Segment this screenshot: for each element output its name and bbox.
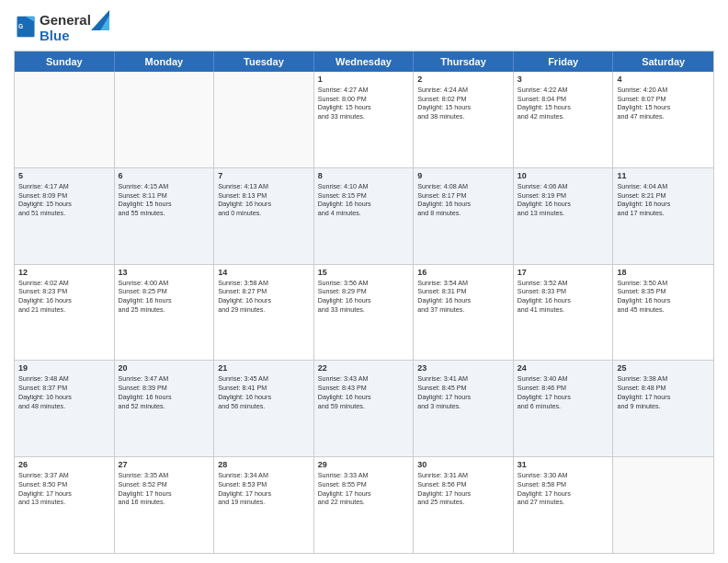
day-header-thursday: Thursday	[414, 52, 514, 72]
calendar-day-30: 30Sunrise: 3:31 AMSunset: 8:56 PMDayligh…	[414, 457, 514, 553]
day-header-friday: Friday	[514, 52, 614, 72]
day-number: 27	[119, 460, 210, 469]
day-info: Sunrise: 3:34 AMSunset: 8:53 PMDaylight:…	[218, 471, 310, 507]
calendar-day-3: 3Sunrise: 4:22 AMSunset: 8:04 PMDaylight…	[514, 72, 614, 167]
day-info: Sunrise: 4:08 AMSunset: 8:17 PMDaylight:…	[417, 182, 509, 218]
day-number: 12	[18, 268, 110, 277]
logo-arrow-icon	[91, 10, 109, 30]
day-number: 2	[417, 75, 509, 84]
day-number: 21	[218, 363, 310, 373]
calendar-day-22: 22Sunrise: 3:43 AMSunset: 8:43 PMDayligh…	[314, 361, 415, 456]
calendar-day-29: 29Sunrise: 3:33 AMSunset: 8:55 PMDayligh…	[314, 457, 415, 553]
calendar-empty-cell	[115, 72, 215, 167]
calendar-day-8: 8Sunrise: 4:10 AMSunset: 8:15 PMDaylight…	[314, 168, 415, 264]
day-info: Sunrise: 3:41 AMSunset: 8:45 PMDaylight:…	[417, 374, 509, 410]
day-info: Sunrise: 4:20 AMSunset: 8:07 PMDaylight:…	[617, 86, 710, 121]
calendar-day-23: 23Sunrise: 3:41 AMSunset: 8:45 PMDayligh…	[414, 361, 514, 456]
svg-text:G: G	[18, 22, 23, 29]
day-info: Sunrise: 3:56 AMSunset: 8:29 PMDaylight:…	[318, 279, 410, 315]
calendar-day-2: 2Sunrise: 4:24 AMSunset: 8:02 PMDaylight…	[414, 72, 514, 167]
day-number: 1	[318, 75, 410, 84]
day-number: 10	[518, 171, 609, 180]
calendar-day-6: 6Sunrise: 4:15 AMSunset: 8:11 PMDaylight…	[115, 168, 215, 264]
calendar-day-18: 18Sunrise: 3:50 AMSunset: 8:35 PMDayligh…	[613, 265, 713, 361]
logo-icon: G	[16, 14, 36, 40]
logo-blue-text: Blue	[40, 29, 91, 44]
day-info: Sunrise: 3:52 AMSunset: 8:33 PMDaylight:…	[518, 279, 609, 315]
day-number: 31	[518, 460, 609, 469]
day-info: Sunrise: 3:48 AMSunset: 8:37 PMDaylight:…	[18, 374, 110, 410]
day-header-tuesday: Tuesday	[214, 52, 314, 72]
calendar-body: 1Sunrise: 4:27 AMSunset: 8:00 PMDaylight…	[15, 72, 713, 553]
day-info: Sunrise: 4:15 AMSunset: 8:11 PMDaylight:…	[119, 182, 210, 218]
day-info: Sunrise: 4:24 AMSunset: 8:02 PMDaylight:…	[417, 86, 509, 121]
general-label: General	[40, 12, 91, 28]
day-info: Sunrise: 3:31 AMSunset: 8:56 PMDaylight:…	[417, 471, 509, 507]
calendar-day-27: 27Sunrise: 3:35 AMSunset: 8:52 PMDayligh…	[115, 457, 215, 553]
day-number: 29	[318, 460, 410, 469]
calendar-day-7: 7Sunrise: 4:13 AMSunset: 8:13 PMDaylight…	[214, 168, 314, 264]
day-number: 15	[318, 268, 410, 277]
day-number: 23	[417, 363, 509, 373]
day-header-sunday: Sunday	[15, 52, 115, 72]
calendar-day-20: 20Sunrise: 3:47 AMSunset: 8:39 PMDayligh…	[115, 361, 215, 456]
day-number: 11	[617, 171, 710, 180]
calendar-page: G General Blue SundayMondayTue	[0, 0, 728, 563]
day-number: 13	[119, 268, 210, 277]
day-info: Sunrise: 3:33 AMSunset: 8:55 PMDaylight:…	[318, 471, 410, 507]
day-number: 28	[218, 460, 310, 469]
day-info: Sunrise: 4:27 AMSunset: 8:00 PMDaylight:…	[318, 86, 410, 121]
day-number: 18	[617, 268, 710, 277]
day-number: 9	[417, 171, 509, 180]
day-number: 30	[417, 460, 509, 469]
calendar-empty-cell	[214, 72, 314, 167]
calendar-day-28: 28Sunrise: 3:34 AMSunset: 8:53 PMDayligh…	[214, 457, 314, 553]
calendar-day-25: 25Sunrise: 3:38 AMSunset: 8:48 PMDayligh…	[613, 361, 713, 456]
calendar-day-10: 10Sunrise: 4:06 AMSunset: 8:19 PMDayligh…	[514, 168, 614, 264]
day-info: Sunrise: 4:17 AMSunset: 8:09 PMDaylight:…	[18, 182, 110, 218]
day-info: Sunrise: 4:02 AMSunset: 8:23 PMDaylight:…	[18, 279, 110, 315]
day-info: Sunrise: 4:10 AMSunset: 8:15 PMDaylight:…	[318, 182, 410, 218]
day-number: 3	[518, 75, 609, 84]
logo-general-text: General	[40, 13, 91, 29]
calendar-day-24: 24Sunrise: 3:40 AMSunset: 8:46 PMDayligh…	[514, 361, 614, 456]
day-number: 25	[617, 363, 710, 373]
calendar-day-31: 31Sunrise: 3:30 AMSunset: 8:58 PMDayligh…	[514, 457, 614, 553]
calendar-day-14: 14Sunrise: 3:58 AMSunset: 8:27 PMDayligh…	[214, 265, 314, 361]
calendar-day-5: 5Sunrise: 4:17 AMSunset: 8:09 PMDaylight…	[15, 168, 115, 264]
blue-label: Blue	[40, 28, 70, 43]
calendar-header: SundayMondayTuesdayWednesdayThursdayFrid…	[15, 52, 713, 72]
day-number: 22	[318, 363, 410, 373]
day-info: Sunrise: 4:13 AMSunset: 8:13 PMDaylight:…	[218, 182, 310, 218]
day-number: 20	[119, 363, 210, 373]
calendar-week-2: 5Sunrise: 4:17 AMSunset: 8:09 PMDaylight…	[15, 168, 713, 265]
calendar-week-4: 19Sunrise: 3:48 AMSunset: 8:37 PMDayligh…	[15, 361, 713, 457]
day-number: 26	[18, 460, 110, 469]
calendar-empty-cell	[15, 72, 115, 167]
header: G General Blue	[14, 9, 714, 43]
day-info: Sunrise: 3:54 AMSunset: 8:31 PMDaylight:…	[417, 279, 509, 315]
day-number: 17	[518, 268, 609, 277]
day-number: 7	[218, 171, 310, 180]
day-number: 4	[617, 75, 710, 84]
calendar-day-11: 11Sunrise: 4:04 AMSunset: 8:21 PMDayligh…	[613, 168, 713, 264]
calendar-week-5: 26Sunrise: 3:37 AMSunset: 8:50 PMDayligh…	[15, 457, 713, 553]
calendar-week-1: 1Sunrise: 4:27 AMSunset: 8:00 PMDaylight…	[15, 72, 713, 168]
day-info: Sunrise: 4:04 AMSunset: 8:21 PMDaylight:…	[617, 182, 710, 218]
day-info: Sunrise: 4:22 AMSunset: 8:04 PMDaylight:…	[518, 86, 609, 121]
day-header-monday: Monday	[115, 52, 215, 72]
calendar-day-9: 9Sunrise: 4:08 AMSunset: 8:17 PMDaylight…	[414, 168, 514, 264]
calendar-empty-cell	[613, 457, 713, 553]
calendar-week-3: 12Sunrise: 4:02 AMSunset: 8:23 PMDayligh…	[15, 265, 713, 362]
day-number: 24	[518, 363, 609, 373]
day-number: 14	[218, 268, 310, 277]
day-number: 19	[18, 363, 110, 373]
day-header-wednesday: Wednesday	[314, 52, 415, 72]
calendar-day-12: 12Sunrise: 4:02 AMSunset: 8:23 PMDayligh…	[15, 265, 115, 361]
logo: G General Blue	[14, 13, 109, 43]
day-info: Sunrise: 3:35 AMSunset: 8:52 PMDaylight:…	[119, 471, 210, 507]
day-number: 5	[18, 171, 110, 180]
day-info: Sunrise: 3:30 AMSunset: 8:58 PMDaylight:…	[518, 471, 609, 507]
day-info: Sunrise: 4:00 AMSunset: 8:25 PMDaylight:…	[119, 279, 210, 315]
calendar-day-15: 15Sunrise: 3:56 AMSunset: 8:29 PMDayligh…	[314, 265, 415, 361]
